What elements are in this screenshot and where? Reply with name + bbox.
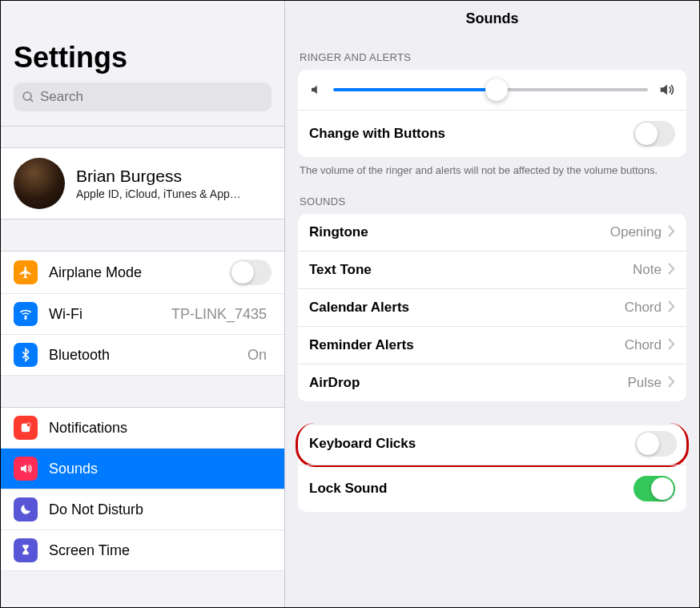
volume-low-icon: [309, 83, 324, 97]
sidebar-item-label: Bluetooth: [49, 347, 247, 364]
row-label: Keyboard Clicks: [309, 436, 635, 452]
moon-icon: [14, 497, 38, 521]
chevron-right-icon: [668, 225, 675, 240]
sidebar-item-screentime[interactable]: Screen Time: [1, 530, 284, 571]
extra-card: Keyboard Clicks Lock Sound: [298, 425, 686, 512]
chevron-right-icon: [668, 263, 675, 278]
airplane-icon: [14, 260, 38, 284]
row-value: Pulse: [627, 375, 662, 391]
search-input[interactable]: [40, 89, 264, 105]
airplane-toggle[interactable]: [230, 260, 272, 285]
row-value: Chord: [625, 300, 662, 316]
lock-sound-row[interactable]: Lock Sound: [298, 465, 686, 512]
hourglass-icon: [14, 538, 38, 562]
section-header-sounds: SOUNDS: [285, 178, 699, 214]
settings-app: Settings Brian Burgess Apple ID, iCloud,…: [0, 0, 700, 608]
sidebar-item-label: Wi-Fi: [49, 306, 171, 323]
detail-title: Sounds: [285, 1, 699, 34]
airdrop-row[interactable]: AirDrop Pulse: [298, 364, 686, 401]
sidebar-item-bluetooth[interactable]: Bluetooth On: [1, 335, 284, 376]
volume-slider[interactable]: [333, 88, 648, 91]
profile-subtitle: Apple ID, iCloud, iTunes & App…: [76, 187, 272, 200]
change-with-buttons-row[interactable]: Change with Buttons: [298, 110, 686, 157]
profile-name: Brian Burgess: [76, 167, 272, 186]
chevron-right-icon: [668, 376, 675, 391]
page-title: Settings: [14, 41, 272, 74]
search-field[interactable]: [14, 83, 272, 111]
keyboard-clicks-row[interactable]: Keyboard Clicks: [296, 423, 689, 467]
sounds-card: Ringtone Opening Text Tone Note Calendar…: [298, 214, 686, 401]
sidebar-item-value: On: [247, 347, 267, 364]
keyboard-clicks-toggle[interactable]: [635, 431, 677, 457]
sidebar-item-airplane[interactable]: Airplane Mode: [1, 252, 284, 294]
section-header-ringer: RINGER AND ALERTS: [285, 34, 699, 70]
divider: [1, 376, 284, 408]
sidebar-item-label: Screen Time: [49, 542, 272, 559]
notifications-icon: [14, 416, 38, 440]
chevron-right-icon: [668, 300, 675, 316]
spacer: [285, 401, 699, 425]
svg-point-4: [26, 423, 30, 427]
avatar: [14, 158, 65, 209]
ringer-card: Change with Buttons: [298, 70, 686, 157]
row-label: Change with Buttons: [309, 126, 634, 142]
row-label: Calendar Alerts: [309, 300, 625, 316]
sidebar-item-label: Sounds: [49, 461, 272, 477]
sidebar-header: Settings: [1, 1, 284, 118]
sidebar-item-dnd[interactable]: Do Not Disturb: [1, 489, 284, 530]
chevron-right-icon: [668, 338, 675, 353]
ringtone-row[interactable]: Ringtone Opening: [298, 214, 686, 251]
change-with-buttons-toggle[interactable]: [634, 121, 675, 147]
svg-point-2: [25, 317, 26, 319]
slider-knob[interactable]: [485, 79, 508, 101]
wifi-icon: [14, 302, 38, 326]
row-value: Chord: [625, 337, 662, 353]
sidebar-item-sounds[interactable]: Sounds: [1, 449, 284, 489]
volume-row: [298, 70, 686, 110]
sounds-icon: [14, 457, 38, 481]
row-label: AirDrop: [309, 375, 627, 391]
content-pane: Sounds RINGER AND ALERTS Change with But…: [285, 1, 699, 607]
sidebar-item-wifi[interactable]: Wi-Fi TP-LINK_7435: [1, 294, 284, 335]
svg-point-0: [23, 92, 31, 100]
svg-line-1: [30, 99, 34, 102]
row-label: Lock Sound: [309, 481, 634, 497]
lock-sound-toggle[interactable]: [634, 476, 675, 501]
row-value: Note: [633, 262, 662, 278]
volume-high-icon: [658, 81, 675, 99]
bluetooth-icon: [14, 343, 38, 367]
profile-text: Brian Burgess Apple ID, iCloud, iTunes &…: [76, 167, 272, 200]
row-label: Text Tone: [309, 262, 633, 278]
calendar-alerts-row[interactable]: Calendar Alerts Chord: [298, 288, 686, 326]
texttone-row[interactable]: Text Tone Note: [298, 251, 686, 288]
search-icon: [22, 91, 35, 104]
sidebar-item-notifications[interactable]: Notifications: [1, 408, 284, 449]
sidebar-item-value: TP-LINK_7435: [171, 306, 267, 323]
row-label: Ringtone: [309, 224, 610, 240]
sidebar-item-label: Airplane Mode: [49, 264, 230, 281]
sidebar: Settings Brian Burgess Apple ID, iCloud,…: [1, 1, 285, 607]
row-value: Opening: [610, 224, 662, 240]
ringer-footnote: The volume of the ringer and alerts will…: [285, 157, 699, 178]
profile-row[interactable]: Brian Burgess Apple ID, iCloud, iTunes &…: [1, 148, 284, 219]
reminder-alerts-row[interactable]: Reminder Alerts Chord: [298, 326, 686, 364]
sidebar-item-label: Notifications: [49, 420, 272, 437]
sidebar-item-label: Do Not Disturb: [49, 501, 272, 518]
divider: [1, 126, 284, 148]
row-label: Reminder Alerts: [309, 337, 625, 353]
divider: [1, 219, 284, 252]
